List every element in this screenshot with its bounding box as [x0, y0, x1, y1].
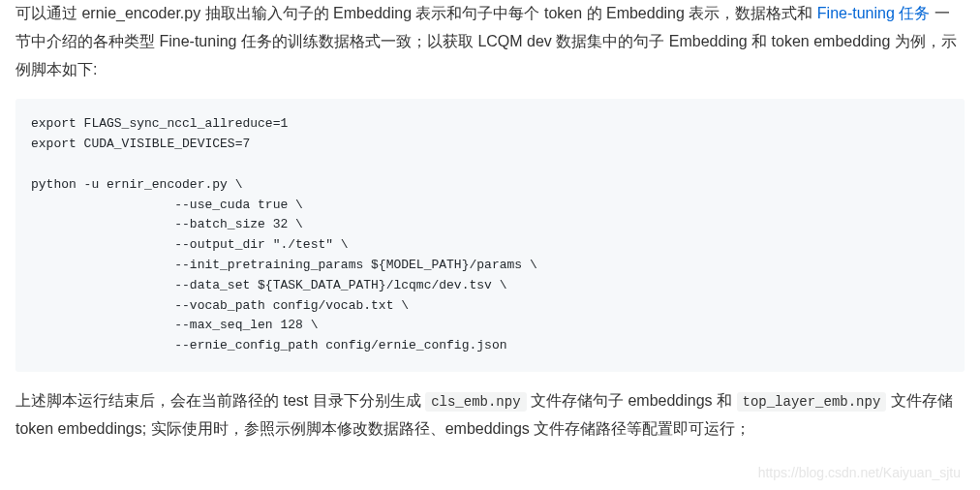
code-block[interactable]: export FLAGS_sync_nccl_allreduce=1 expor… — [15, 99, 965, 372]
outro-text-2: 文件存储句子 embeddings 和 — [527, 392, 737, 409]
inline-code-top-layer-emb: top_layer_emb.npy — [737, 392, 887, 412]
document-content: 可以通过 ernie_encoder.py 抽取出输入句子的 Embedding… — [0, 0, 980, 444]
outro-paragraph: 上述脚本运行结束后，会在当前路径的 test 目录下分别生成 cls_emb.n… — [15, 387, 965, 444]
intro-paragraph: 可以通过 ernie_encoder.py 抽取出输入句子的 Embedding… — [15, 0, 965, 83]
inline-code-cls-emb: cls_emb.npy — [425, 392, 526, 412]
outro-text-1: 上述脚本运行结束后，会在当前路径的 test 目录下分别生成 — [15, 392, 425, 409]
intro-text-1: 可以通过 ernie_encoder.py 抽取出输入句子的 Embedding… — [15, 5, 817, 21]
fine-tuning-link[interactable]: Fine-tuning 任务 — [817, 5, 931, 21]
watermark: https://blog.csdn.net/Kaiyuan_sjtu — [758, 465, 961, 480]
